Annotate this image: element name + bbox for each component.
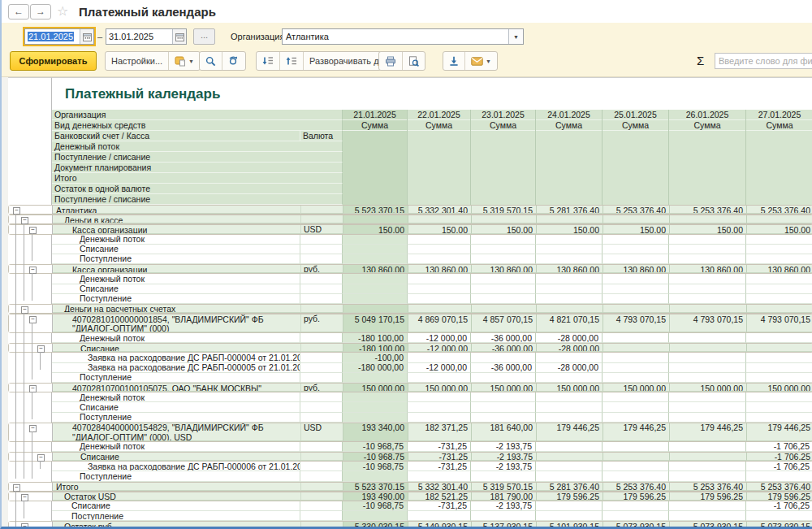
value-cell[interactable] <box>343 402 408 412</box>
value-cell[interactable] <box>343 471 408 481</box>
currency-cell[interactable] <box>300 373 343 383</box>
currency-cell[interactable]: USD <box>301 225 343 233</box>
value-cell[interactable]: -180 100,00 <box>343 344 408 352</box>
value-cell[interactable]: 182 371,25 <box>408 423 472 441</box>
value-cell[interactable] <box>603 373 669 383</box>
row-label-cell[interactable]: Остаток руб. <box>53 522 301 529</box>
currency-cell[interactable] <box>300 363 343 373</box>
row-label-cell[interactable]: Денежный поток <box>52 442 300 452</box>
value-cell[interactable] <box>536 442 603 452</box>
value-cell[interactable] <box>536 353 603 362</box>
header-label-row[interactable]: Вид денежных средств <box>52 120 343 131</box>
value-cell[interactable] <box>669 353 746 362</box>
value-cell[interactable] <box>746 413 812 423</box>
row-label-cell[interactable]: Списание <box>52 284 300 294</box>
value-cell[interactable]: -2 193,75 <box>472 453 537 461</box>
row-label-cell[interactable]: 40702840400000154829, "ВЛАДИМИРСКИЙ" ФБ … <box>53 423 301 441</box>
value-cell[interactable] <box>603 254 669 264</box>
row-label-cell[interactable]: Поступление <box>52 254 300 264</box>
value-cell[interactable] <box>603 305 670 313</box>
currency-cell[interactable]: USD <box>301 423 343 441</box>
value-cell[interactable] <box>536 462 603 471</box>
value-cell[interactable]: -1 706,25 <box>747 453 812 461</box>
value-cell[interactable]: 150 000,00 <box>537 384 603 392</box>
row-label-cell[interactable]: Заявка на расходование ДС РАБП-000006 от… <box>52 462 300 471</box>
value-cell[interactable]: 179 596,25 <box>537 492 603 501</box>
value-cell[interactable] <box>536 511 603 521</box>
collapse-expander[interactable]: − <box>37 454 45 462</box>
value-cell[interactable] <box>747 305 812 313</box>
row-label-cell[interactable]: Поступление <box>52 373 300 383</box>
row-label-cell[interactable]: Поступление <box>52 511 300 521</box>
value-cell[interactable]: -1 706,25 <box>746 462 812 471</box>
value-cell[interactable]: -1 706,25 <box>746 501 812 511</box>
date-from-field[interactable]: 21.01.2025 <box>24 28 94 45</box>
value-cell[interactable]: 130 860,00 <box>747 265 812 273</box>
value-cell[interactable] <box>603 344 670 352</box>
value-cell[interactable]: 179 446,25 <box>603 423 670 441</box>
collapse-expander[interactable]: − <box>29 385 37 392</box>
value-cell[interactable]: 5 253 376,40 <box>603 483 670 491</box>
value-cell[interactable] <box>471 511 536 521</box>
row-label-cell[interactable]: Списание <box>52 402 300 412</box>
value-cell[interactable] <box>471 373 536 383</box>
value-cell[interactable] <box>536 294 603 304</box>
value-cell[interactable] <box>471 392 536 402</box>
value-cell[interactable]: 130 860,00 <box>408 265 472 273</box>
value-cell[interactable] <box>408 373 471 383</box>
value-cell[interactable] <box>670 344 747 352</box>
value-cell[interactable] <box>536 245 603 254</box>
value-cell[interactable]: 130 860,00 <box>603 265 670 273</box>
currency-cell[interactable] <box>301 453 343 461</box>
row-label-cell[interactable]: Денежный поток <box>52 274 300 284</box>
value-cell[interactable]: 150,00 <box>343 225 408 233</box>
row-label-cell[interactable]: Атлантика <box>53 206 301 214</box>
value-cell[interactable] <box>603 294 669 304</box>
value-cell[interactable] <box>408 305 472 313</box>
collapse-expander[interactable]: − <box>29 227 37 234</box>
value-cell[interactable] <box>536 235 603 245</box>
value-cell[interactable] <box>746 373 812 383</box>
value-cell[interactable]: 5 253 376,40 <box>747 206 812 214</box>
value-cell[interactable]: 5 137 930,15 <box>472 522 537 529</box>
value-cell[interactable] <box>669 294 746 304</box>
value-cell[interactable] <box>746 402 812 412</box>
currency-cell[interactable] <box>301 206 343 214</box>
currency-cell[interactable]: руб. <box>301 314 343 332</box>
value-cell[interactable] <box>603 333 669 343</box>
report-variants-button[interactable]: ▼ <box>168 52 200 70</box>
value-cell[interactable]: -12 000,00 <box>408 333 471 343</box>
value-cell[interactable] <box>669 501 746 511</box>
value-cell[interactable] <box>747 344 812 352</box>
value-cell[interactable]: 4 857 070,15 <box>472 314 537 332</box>
value-cell[interactable]: -10 968,75 <box>343 462 408 471</box>
currency-cell[interactable] <box>300 392 343 402</box>
collapse-expander[interactable]: − <box>29 425 37 432</box>
value-cell[interactable]: 150 000,00 <box>472 384 537 392</box>
expand-groups-button[interactable] <box>257 52 279 70</box>
collapse-expander[interactable]: − <box>21 217 28 224</box>
currency-cell[interactable] <box>301 215 343 223</box>
value-cell[interactable] <box>471 413 536 423</box>
search-next-button[interactable] <box>222 52 245 70</box>
value-cell[interactable]: -10 968,75 <box>343 453 408 461</box>
collapse-expander[interactable]: − <box>21 523 28 529</box>
value-cell[interactable] <box>408 471 471 481</box>
value-cell[interactable]: 4 793 070,15 <box>603 314 670 332</box>
collapse-expander[interactable]: − <box>21 306 28 314</box>
value-cell[interactable]: 5 073 930,15 <box>670 522 747 529</box>
value-cell[interactable]: 5 523 370,15 <box>343 206 408 214</box>
value-cell[interactable] <box>343 392 408 402</box>
print-button[interactable] <box>379 52 402 70</box>
date-to-field[interactable]: 31.01.2025 <box>106 28 187 45</box>
value-cell[interactable] <box>669 284 746 294</box>
value-cell[interactable]: 4 793 070,15 <box>747 314 812 332</box>
value-cell[interactable]: 5 101 930,15 <box>537 522 603 529</box>
quick-filter-field[interactable] <box>715 53 812 69</box>
value-cell[interactable]: -36 000,00 <box>471 363 536 373</box>
currency-cell[interactable] <box>300 274 343 284</box>
currency-cell[interactable] <box>300 245 343 254</box>
row-label-cell[interactable]: Списание <box>53 453 301 461</box>
currency-cell[interactable] <box>301 522 343 529</box>
value-cell[interactable]: 150 000,00 <box>603 384 670 392</box>
